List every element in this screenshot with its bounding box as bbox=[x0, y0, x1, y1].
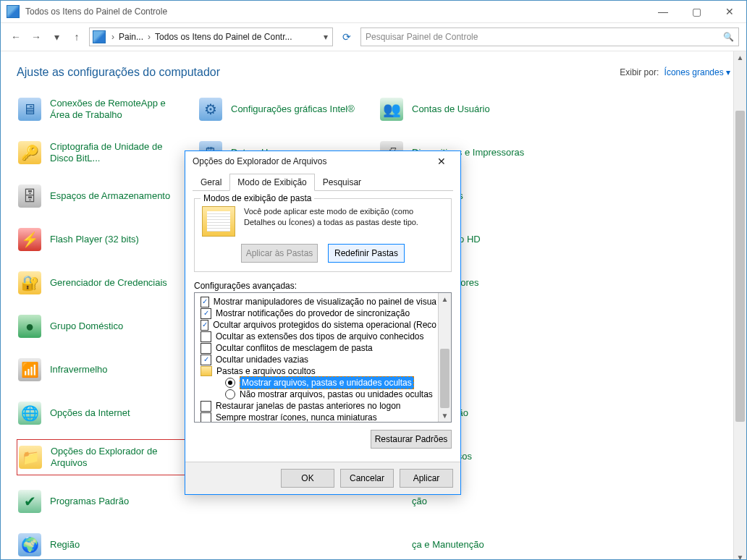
dialog-title: Opções do Explorador de Arquivos bbox=[193, 156, 326, 166]
control-panel-item-label: ça e Manutenção bbox=[412, 539, 484, 551]
address-bar: ← → ▾ ↑ › Pain... › Todos os Itens do Pa… bbox=[1, 23, 746, 51]
search-control-panel-input[interactable]: Pesquisar Painel de Controle 🔍 bbox=[360, 27, 739, 46]
search-icon: 🔍 bbox=[723, 32, 734, 42]
adv-scroll-down[interactable]: ▼ bbox=[439, 410, 451, 422]
control-panel-item-label: Grupo Doméstico bbox=[50, 321, 123, 332]
checkbox-icon bbox=[201, 401, 211, 412]
advanced-settings-checkbox[interactable]: Ocultar as extensões dos tipos de arquiv… bbox=[196, 331, 436, 342]
reset-folders-button[interactable]: Redefinir Pastas bbox=[328, 244, 405, 263]
advanced-settings-group: Pastas e arquivos ocultos bbox=[196, 365, 436, 377]
cancel-button[interactable]: Cancelar bbox=[340, 469, 394, 488]
scroll-thumb[interactable] bbox=[735, 111, 745, 422]
apply-button[interactable]: Aplicar bbox=[400, 469, 453, 488]
close-button[interactable]: ✕ bbox=[713, 1, 746, 22]
dialog-titlebar[interactable]: Opções do Explorador de Arquivos ✕ bbox=[185, 151, 460, 171]
checkbox-icon: ✓ bbox=[201, 320, 208, 331]
breadcrumb-path[interactable]: › Pain... › Todos os Itens do Painel de … bbox=[89, 27, 333, 46]
radio-icon bbox=[225, 389, 235, 399]
control-panel-item[interactable]: 🌍Região bbox=[17, 527, 198, 560]
nav-up-button[interactable]: ↑ bbox=[69, 29, 85, 45]
scroll-track[interactable] bbox=[734, 64, 746, 551]
control-panel-item-label: Programas Padrão bbox=[50, 496, 129, 507]
control-panel-item-icon: ✔ bbox=[18, 490, 41, 513]
advanced-settings-checkbox[interactable]: ✓Mostrar manipuladores de visualização n… bbox=[196, 296, 436, 307]
control-panel-item[interactable]: 👥Contas de Usuário bbox=[379, 92, 560, 127]
adv-scroll-thumb[interactable] bbox=[440, 349, 450, 408]
advanced-settings-checkbox[interactable]: ✓Mostrar notificações do provedor de sin… bbox=[196, 307, 436, 319]
control-panel-item-label: Flash Player (32 bits) bbox=[50, 234, 139, 245]
path-dropdown-button[interactable]: ▾ bbox=[319, 32, 332, 42]
tab-view[interactable]: Modo de Exibição bbox=[229, 174, 314, 191]
content-scrollbar[interactable]: ▲ ▼ bbox=[733, 51, 746, 560]
breadcrumb-sep-1: › bbox=[145, 32, 153, 42]
advanced-settings-item-label: Ocultar arquivos protegidos do sistema o… bbox=[213, 319, 436, 331]
advanced-settings-radio[interactable]: Mostrar arquivos, pastas e unidades ocul… bbox=[196, 377, 436, 389]
dialog-close-button[interactable]: ✕ bbox=[427, 151, 456, 171]
advanced-settings-item-label: Pastas e arquivos ocultos bbox=[216, 365, 316, 377]
control-panel-item[interactable]: ●Grupo Doméstico bbox=[17, 309, 198, 344]
control-panel-item[interactable]: 🔑Criptografia de Unidade de Disco BitL..… bbox=[17, 135, 198, 170]
control-panel-item[interactable]: ⚡Flash Player (32 bits) bbox=[17, 222, 198, 257]
advanced-settings-checkbox[interactable]: Ocultar conflitos de mesclagem de pasta bbox=[196, 342, 436, 354]
nav-forward-button[interactable]: → bbox=[28, 29, 44, 45]
control-panel-item[interactable]: ✔Programas Padrão bbox=[17, 484, 198, 519]
advanced-settings-checkbox[interactable]: Restaurar janelas de pastas anteriores n… bbox=[196, 400, 436, 412]
scroll-down-arrow[interactable]: ▼ bbox=[734, 551, 746, 560]
control-panel-item[interactable]: 🖥Conexões de RemoteApp e Área de Trabalh… bbox=[17, 92, 198, 127]
checkbox-icon: ✓ bbox=[201, 297, 209, 307]
scroll-up-arrow[interactable]: ▲ bbox=[734, 51, 746, 64]
advanced-settings-label: Configurações avançadas: bbox=[194, 281, 452, 291]
adjust-settings-heading: Ajuste as configurações do computador bbox=[17, 66, 220, 79]
advanced-settings-item-label: Restaurar janelas de pastas anteriores n… bbox=[216, 400, 401, 412]
advanced-settings-list-items[interactable]: ✓Mostrar manipuladores de visualização n… bbox=[195, 293, 438, 422]
control-panel-item-icon: 🌐 bbox=[18, 402, 41, 425]
control-panel-item-icon: 📶 bbox=[18, 358, 41, 381]
control-panel-item[interactable]: ça e Manutenção bbox=[379, 527, 560, 560]
advanced-settings-item-label: Ocultar conflitos de mesclagem de pasta bbox=[216, 342, 373, 354]
content-header: Ajuste as configurações do computador Ex… bbox=[17, 66, 730, 79]
checkbox-icon: ✓ bbox=[201, 308, 211, 319]
control-panel-item-icon: 🔑 bbox=[18, 141, 41, 164]
folder-views-legend: Modos de exibição de pasta bbox=[201, 193, 314, 203]
dialog-footer: OK Cancelar Aplicar bbox=[185, 462, 460, 494]
control-panel-item[interactable]: ⚙Configurações gráficas Intel® bbox=[198, 92, 379, 127]
control-panel-item[interactable]: 📶Infravermelho bbox=[17, 352, 198, 387]
advanced-settings-checkbox[interactable]: ✓Ocultar unidades vazias bbox=[196, 354, 436, 365]
checkbox-icon: ✓ bbox=[201, 355, 211, 365]
minimize-button[interactable]: — bbox=[646, 1, 680, 22]
window-buttons: — ▢ ✕ bbox=[646, 1, 746, 22]
breadcrumb-crumb-2[interactable]: Todos os Itens do Painel de Contr... bbox=[153, 32, 293, 42]
control-panel-item[interactable]: 🔐Gerenciador de Credenciais bbox=[17, 266, 198, 300]
adv-scroll-up[interactable]: ▲ bbox=[439, 293, 451, 305]
refresh-button[interactable]: ⟳ bbox=[337, 27, 356, 46]
apply-to-folders-button: Aplicar às Pastas bbox=[241, 244, 318, 263]
advanced-settings-checkbox[interactable]: ✓Ocultar arquivos protegidos do sistema … bbox=[196, 319, 436, 331]
breadcrumb-crumb-1[interactable]: Pain... bbox=[117, 32, 145, 42]
view-by-control: Exibir por: Ícones grandes ▾ bbox=[620, 67, 730, 77]
control-panel-item-label: Conexões de RemoteApp e Área de Trabalho bbox=[50, 98, 187, 120]
dialog-tabs: Geral Modo de Exibição Pesquisar bbox=[193, 173, 453, 191]
nav-history-dropdown[interactable]: ▾ bbox=[48, 29, 64, 45]
restore-defaults-button[interactable]: Restaurar Padrões bbox=[371, 430, 452, 449]
control-panel-item-label: Região bbox=[50, 539, 80, 551]
tab-search[interactable]: Pesquisar bbox=[315, 174, 369, 191]
advanced-settings-checkbox[interactable]: Sempre mostrar ícones, nunca miniaturas bbox=[196, 412, 436, 422]
nav-back-button[interactable]: ← bbox=[8, 29, 24, 45]
advanced-settings-scrollbar[interactable]: ▲ ▼ bbox=[438, 293, 451, 422]
chevron-down-icon: ▾ bbox=[726, 67, 730, 77]
control-panel-item[interactable]: 🗄Espaços de Armazenamento bbox=[17, 179, 198, 213]
checkbox-icon bbox=[201, 412, 211, 423]
advanced-settings-list: ✓Mostrar manipuladores de visualização n… bbox=[194, 292, 452, 423]
view-by-dropdown[interactable]: Ícones grandes ▾ bbox=[664, 67, 730, 77]
control-panel-icon bbox=[7, 5, 20, 18]
advanced-settings-radio[interactable]: Não mostrar arquivos, pastas ou unidades… bbox=[196, 389, 436, 400]
control-panel-item[interactable]: 🌐Opções da Internet bbox=[17, 396, 198, 430]
tab-general[interactable]: Geral bbox=[193, 174, 229, 191]
control-panel-item-icon: ⚡ bbox=[18, 228, 41, 251]
control-panel-item[interactable]: 📁Opções do Explorador de Arquivos bbox=[17, 439, 198, 475]
ok-button[interactable]: OK bbox=[281, 469, 334, 488]
maximize-button[interactable]: ▢ bbox=[680, 1, 713, 22]
control-panel-item-icon: ● bbox=[18, 315, 41, 338]
advanced-settings-item-label: Ocultar unidades vazias bbox=[216, 354, 308, 365]
adv-scroll-track[interactable] bbox=[439, 305, 451, 410]
